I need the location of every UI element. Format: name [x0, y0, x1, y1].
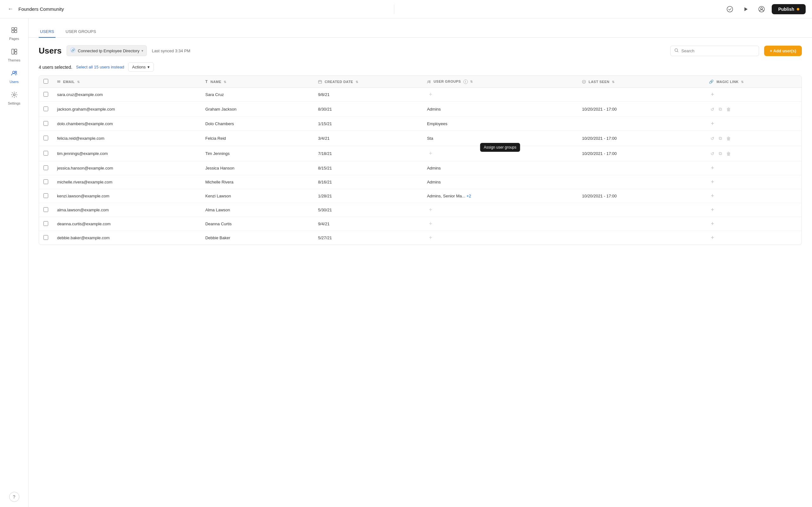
connected-label: Connected tp Employee Directory: [78, 49, 139, 53]
th-date-label: CREATED DATE: [325, 80, 353, 83]
svg-rect-8: [12, 49, 14, 54]
row-name: Jessica Hanson: [201, 161, 314, 175]
search-bar: [670, 46, 759, 56]
row-last-seen: [577, 161, 705, 175]
email-sort-icon[interactable]: ⇅: [77, 80, 80, 83]
play-button[interactable]: [740, 3, 751, 15]
search-input[interactable]: [681, 49, 755, 53]
tab-user-groups[interactable]: USER GROUPS: [64, 26, 97, 38]
row-email: deanna.curtis@example.com: [53, 217, 201, 231]
add-magic-link-button[interactable]: +: [709, 207, 716, 213]
add-magic-link-button[interactable]: +: [709, 120, 716, 127]
topbar-right: Publish: [724, 3, 806, 15]
add-magic-link-button[interactable]: +: [709, 91, 716, 98]
sidebar-item-users[interactable]: Users: [2, 66, 26, 87]
publish-button[interactable]: Publish: [772, 4, 806, 14]
th-name-label: NAME: [211, 80, 221, 83]
row-action-group: ↺ ⧉ 🗑: [709, 150, 797, 158]
add-magic-link-button[interactable]: +: [709, 221, 716, 227]
th-user-groups[interactable]: USER GROUPS i ⇅: [422, 76, 577, 88]
row-checkbox-6[interactable]: [44, 165, 48, 170]
row-name: Dolo Chambers: [201, 117, 314, 131]
sidebar-item-themes[interactable]: Themes: [2, 45, 26, 65]
row-last-seen: [577, 117, 705, 131]
resend-button[interactable]: ↺: [709, 106, 716, 113]
help-button[interactable]: ?: [9, 492, 19, 502]
svg-marker-1: [745, 7, 748, 11]
selection-text: 4 users selected.: [39, 65, 72, 70]
sidebar-item-pages[interactable]: Pages: [2, 23, 26, 44]
row-checkbox-3[interactable]: [44, 121, 48, 126]
add-magic-link-button[interactable]: +: [709, 179, 716, 185]
row-magic-link: +: [705, 203, 802, 217]
tabs: USERS USER GROUPS: [29, 18, 812, 38]
th-created-date[interactable]: CREATED DATE ⇅: [314, 76, 422, 88]
sidebar-item-settings[interactable]: Settings: [2, 88, 26, 108]
row-checkbox-10[interactable]: [44, 221, 48, 226]
delete-button[interactable]: 🗑: [725, 106, 732, 113]
svg-rect-17: [318, 80, 322, 83]
add-magic-link-button[interactable]: +: [709, 234, 716, 241]
connected-badge[interactable]: 🔗 Connected tp Employee Directory ▾: [67, 45, 147, 56]
row-user-groups: Admins: [422, 161, 577, 175]
th-select-all[interactable]: [39, 76, 53, 88]
row-user-groups: Admins: [422, 102, 577, 117]
group-tag: Admins: [427, 180, 441, 184]
row-checkbox-11[interactable]: [44, 235, 48, 240]
th-email[interactable]: ✉ EMAIL ⇅: [53, 76, 201, 88]
row-checkbox-7[interactable]: [44, 179, 48, 184]
select-all-checkbox[interactable]: [44, 79, 48, 83]
row-created-date: 5/27/21: [314, 231, 422, 245]
add-group-button[interactable]: +: [427, 150, 434, 157]
add-users-button[interactable]: + Add user(s): [764, 46, 802, 56]
groups-sort-icon[interactable]: ⇅: [470, 80, 473, 83]
add-group-button[interactable]: +: [427, 221, 434, 227]
row-checkbox-2[interactable]: [44, 107, 48, 111]
name-sort-icon[interactable]: ⇅: [223, 80, 226, 83]
row-email: tim.jennings@example.com: [53, 146, 201, 161]
actions-button[interactable]: Actions ▾: [128, 62, 154, 72]
row-user-groups: +: [422, 203, 577, 217]
resend-button[interactable]: ↺: [709, 135, 716, 142]
row-checkbox-9[interactable]: [44, 207, 48, 212]
row-user-groups: Sta Assign user groups: [422, 131, 577, 146]
row-user-groups: +: [422, 146, 577, 161]
back-button[interactable]: ←: [6, 4, 14, 14]
add-group-button[interactable]: +: [427, 234, 434, 241]
user-button[interactable]: [756, 3, 767, 15]
copy-button[interactable]: ⧉: [717, 134, 723, 142]
tab-users[interactable]: USERS: [39, 26, 55, 38]
copy-button[interactable]: ⧉: [717, 105, 723, 113]
row-name: Debbie Baker: [201, 231, 314, 245]
row-last-seen: [577, 231, 705, 245]
check-circle-button[interactable]: [724, 3, 735, 15]
add-group-button[interactable]: +: [427, 207, 434, 213]
row-magic-link: +: [705, 189, 802, 203]
row-user-groups: +: [422, 88, 577, 102]
topbar-left: ← Founders Community: [6, 4, 64, 14]
row-email: alma.lawson@example.com: [53, 203, 201, 217]
groups-info-icon[interactable]: i: [463, 79, 468, 84]
last-seen-sort-icon[interactable]: ⇅: [612, 80, 614, 83]
th-magic-link[interactable]: 🔗 MAGIC LINK ⇅: [705, 76, 802, 88]
th-last-seen[interactable]: LAST SEEN ⇅: [577, 76, 705, 88]
add-magic-link-button[interactable]: +: [709, 193, 716, 199]
users-section: Users 🔗 Connected tp Employee Directory …: [29, 38, 812, 252]
row-created-date: 7/18/21: [314, 146, 422, 161]
row-checkbox-4[interactable]: [44, 135, 48, 140]
row-user-groups: Employees: [422, 117, 577, 131]
select-all-link[interactable]: Select all 15 users instead: [76, 65, 124, 69]
row-checkbox-1[interactable]: [44, 92, 48, 97]
delete-button[interactable]: 🗑: [725, 135, 732, 142]
add-magic-link-button[interactable]: +: [709, 165, 716, 171]
row-checkbox-8[interactable]: [44, 193, 48, 198]
row-checkbox-5[interactable]: [44, 151, 48, 156]
add-group-button[interactable]: +: [427, 91, 434, 98]
magic-sort-icon[interactable]: ⇅: [741, 80, 744, 83]
resend-button[interactable]: ↺: [709, 150, 716, 158]
date-sort-icon[interactable]: ⇅: [356, 80, 358, 83]
th-name[interactable]: T NAME ⇅: [201, 76, 314, 88]
row-email: sara.cruz@example.com: [53, 88, 201, 102]
copy-button[interactable]: ⧉: [717, 150, 723, 158]
delete-button[interactable]: 🗑: [725, 150, 732, 158]
